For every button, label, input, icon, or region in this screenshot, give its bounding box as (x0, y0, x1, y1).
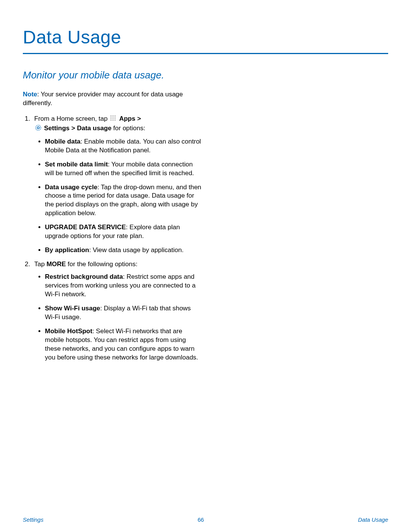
list-item: Mobile data: Enable mobile data. You can… (45, 137, 202, 155)
bullet-label: By application (45, 246, 89, 254)
step2-lead: Tap (34, 260, 46, 268)
svg-rect-1 (113, 115, 114, 117)
step2-more: MORE (46, 260, 66, 268)
svg-point-9 (36, 125, 41, 130)
bullet-label: Data usage cycle (45, 184, 97, 191)
bullet-text: : View data usage by application. (89, 246, 183, 254)
step1-trail: for options: (112, 125, 145, 132)
footer-right: Data Usage (358, 516, 388, 523)
bullet-label: Restrict background data (45, 273, 123, 280)
bullet-label: Mobile HotSpot (45, 328, 92, 335)
svg-rect-3 (111, 117, 112, 118)
svg-rect-7 (113, 120, 114, 121)
list-item: Mobile HotSpot: Select Wi-Fi networks th… (45, 327, 202, 362)
svg-rect-2 (115, 115, 116, 117)
footer-left: Settings (23, 516, 43, 523)
bullet-label: Show Wi-Fi usage (45, 305, 100, 312)
steps-list: From a Home screen, tap Apps > Settings … (23, 115, 202, 362)
step1-lead: From a Home screen, tap (34, 115, 109, 122)
step2-bullets: Restrict background data: Restrict some … (34, 273, 202, 362)
step1-settings: Settings (44, 125, 70, 132)
svg-rect-8 (115, 120, 116, 121)
step1-bullets: Mobile data: Enable mobile data. You can… (34, 137, 202, 255)
list-item: Show Wi-Fi usage: Display a Wi-Fi tab th… (45, 304, 202, 322)
svg-rect-4 (113, 117, 114, 118)
step1-gt2: > (70, 125, 77, 132)
note-label: Note (23, 91, 37, 98)
svg-point-10 (37, 127, 40, 129)
step1-gt1: > (135, 115, 141, 122)
step1-datausage: Data usage (77, 125, 112, 132)
settings-icon (35, 125, 41, 134)
list-item: By application: View data usage by appli… (45, 246, 202, 255)
note-text: : Your service provider may account for … (23, 91, 183, 107)
apps-icon (110, 115, 116, 124)
bullet-label: Set mobile data limit (45, 161, 108, 168)
svg-rect-5 (115, 117, 116, 118)
note-paragraph: Note: Your service provider may account … (23, 90, 202, 108)
list-item: UPGRADE DATA SERVICE: Explore data plan … (45, 223, 202, 241)
bullet-label: Mobile data (45, 138, 81, 145)
list-item: Data usage cycle: Tap the drop-down menu… (45, 183, 202, 218)
step1-apps: Apps (119, 115, 135, 122)
list-item: Restrict background data: Restrict some … (45, 273, 202, 299)
step-2: Tap MORE for the following options: Rest… (32, 260, 202, 362)
bullet-label: UPGRADE DATA SERVICE (45, 224, 126, 231)
body-content: Note: Your service provider may account … (23, 90, 202, 362)
svg-rect-6 (111, 120, 112, 121)
step2-trail: for the following options: (66, 260, 137, 268)
svg-rect-0 (111, 115, 112, 117)
page-subtitle: Monitor your mobile data usage. (23, 69, 388, 81)
title-rule (23, 53, 388, 54)
page-footer: Settings 66 Data Usage (0, 516, 411, 523)
step-1: From a Home screen, tap Apps > Settings … (32, 115, 202, 255)
list-item: Set mobile data limit: Your mobile data … (45, 160, 202, 178)
footer-page-number: 66 (198, 516, 204, 523)
page-title: Data Usage (23, 27, 388, 48)
